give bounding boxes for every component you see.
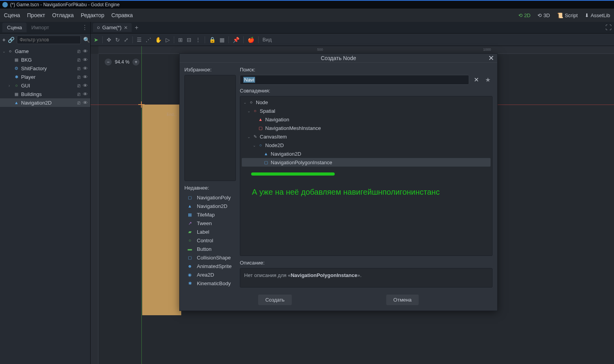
recent-item[interactable]: ◉Area2D: [184, 270, 236, 279]
godot-icon: [2, 2, 8, 7]
match-node[interactable]: ▢NavigationPolygonInstance: [242, 158, 491, 167]
recent-item[interactable]: ☻AnimatedSprite: [184, 262, 236, 270]
tree-node[interactable]: ▦BKG⎚👁: [0, 55, 90, 64]
menu-project[interactable]: Проект: [27, 12, 45, 18]
zoom-level: 94.4 %: [115, 59, 129, 65]
canvas-label: End...: [167, 112, 177, 117]
more-icon[interactable]: ⋮: [195, 37, 201, 43]
ruler-horizontal: 500 1000: [98, 46, 614, 54]
dialog-title: Создать Node: [321, 55, 356, 61]
annotation-underline: [251, 172, 335, 176]
match-node[interactable]: ⌄○Spatial: [242, 107, 491, 115]
tab-import[interactable]: Импорт: [27, 23, 54, 32]
pin-icon[interactable]: 📌: [233, 37, 239, 43]
description-box: Нет описания для «NavigationPolygonInsta…: [240, 268, 493, 288]
search-clear-icon[interactable]: ✕: [471, 75, 481, 85]
recent-label: Недавнее:: [184, 185, 236, 191]
hand-tool-icon[interactable]: ✋: [155, 37, 162, 43]
create-node-dialog: Создать Node ✕ Избранное: Недавнее: ▢Nav…: [179, 53, 498, 311]
recent-item[interactable]: ▦TileMap: [184, 210, 236, 219]
matches-tree: ⌄○Node⌄○Spatial▲Navigation▢NavigationMes…: [240, 96, 493, 256]
view-menu[interactable]: Вид: [262, 37, 272, 43]
recent-list: ▢NavigationPoly▲Navigation2D▦TileMap↗Twe…: [184, 193, 236, 288]
cancel-button[interactable]: Отмена: [386, 295, 419, 305]
recent-item[interactable]: ▬Button: [184, 245, 236, 253]
view-script-button[interactable]: 📜 Script: [557, 12, 578, 18]
tree-node[interactable]: ✱Player⎚👁: [0, 73, 90, 81]
recent-item[interactable]: ▢CollisionShape: [184, 253, 236, 262]
grid-icon[interactable]: ⊞: [178, 37, 183, 43]
snap-icon[interactable]: ⋰: [146, 37, 151, 43]
tree-node[interactable]: ⚙ShitFactory⎚👁: [0, 64, 90, 73]
menu-editor[interactable]: Редактор: [81, 12, 104, 18]
window-title: (*) Game.tscn - NavigationForPikabu - Go…: [10, 2, 120, 7]
recent-item[interactable]: ▲Navigation2D: [184, 202, 236, 210]
match-node[interactable]: ▲Navigation2D: [242, 149, 491, 158]
favorites-list[interactable]: [184, 75, 236, 181]
ruler-vertical: [91, 54, 98, 364]
menu-help[interactable]: Справка: [111, 12, 133, 18]
search-favorite-icon[interactable]: ★: [483, 75, 493, 85]
scale-tool-icon[interactable]: ⤢: [124, 37, 129, 43]
ruler-tool-icon[interactable]: ▷: [166, 37, 170, 43]
zoom-out-button[interactable]: −: [105, 59, 112, 66]
description-label: Описание:: [240, 260, 493, 266]
window-titlebar: (*) Game.tscn - NavigationForPikabu - Go…: [0, 0, 614, 9]
annotation-text: А уже на неё добавляем навигейшнполигони…: [252, 186, 440, 198]
tab-scene[interactable]: Сцена: [2, 23, 27, 32]
menu-scene[interactable]: Сцена: [4, 12, 20, 18]
tree-node[interactable]: ▦Buildings⎚👁: [0, 90, 90, 98]
tree-node[interactable]: ▲Navigation2D⎚👁: [0, 98, 90, 107]
create-button[interactable]: Создать: [258, 295, 291, 305]
snap2-icon[interactable]: ⊟: [187, 37, 191, 43]
close-tab-icon[interactable]: ✕: [124, 25, 128, 30]
recent-item[interactable]: ↗Tween: [184, 219, 236, 227]
dialog-close-icon[interactable]: ✕: [488, 54, 494, 62]
tree-node[interactable]: ⌄○Game⎚👁: [0, 47, 90, 55]
match-node[interactable]: ▢NavigationMeshInstance: [242, 124, 491, 132]
select-tool-icon[interactable]: ➤: [94, 37, 98, 43]
view-3d-button[interactable]: ⟲ 3D: [537, 12, 550, 18]
search-icon[interactable]: 🔍: [83, 36, 90, 43]
add-node-icon[interactable]: +: [2, 36, 5, 43]
rotate-tool-icon[interactable]: ↻: [115, 37, 120, 43]
viewport-toolbar: ➤ ✥ ↻ ⤢ ☰ ⋰ ✋ ▷ ⊞ ⊟ ⋮ 🔒 ▦ 📌 🍎 Вид: [91, 34, 614, 46]
scene-panel: Сцена Импорт ⋮ + 🔗 🔍 ◧ ⌄○Game⎚👁▦BKG⎚👁⚙Sh…: [0, 22, 91, 364]
scene-tab-label: Game(*): [102, 25, 121, 30]
filter-input[interactable]: [17, 36, 81, 44]
recent-item[interactable]: ▢NavigationPoly: [184, 193, 236, 202]
search-label: Поиск:: [240, 67, 493, 73]
axis-y: [141, 46, 142, 364]
menu-debug[interactable]: Отладка: [52, 12, 73, 18]
view-2d-button[interactable]: ⟲ 2D: [518, 12, 531, 18]
view-assetlib-button[interactable]: ⬇ AssetLib: [585, 12, 610, 18]
panel-menu-icon[interactable]: ⋮: [82, 24, 88, 31]
match-node[interactable]: ⌄✎CanvasItem: [242, 132, 491, 141]
match-node[interactable]: ⌄○Node: [242, 98, 491, 107]
bone-icon[interactable]: 🍎: [248, 37, 254, 43]
match-node[interactable]: ⌄○Node2D: [242, 141, 491, 149]
recent-item[interactable]: ✱KinematicBody: [184, 279, 236, 288]
search-input[interactable]: Navi: [240, 75, 469, 85]
group-icon[interactable]: ▦: [220, 37, 225, 43]
tree-node[interactable]: ›○GUI⎚👁: [0, 81, 90, 90]
link-icon[interactable]: 🔗: [8, 36, 14, 43]
match-node[interactable]: ▲Navigation: [242, 115, 491, 124]
recent-item[interactable]: ▰Label: [184, 227, 236, 236]
add-tab-icon[interactable]: +: [135, 24, 138, 31]
canvas-object[interactable]: [142, 105, 181, 315]
scene-tree: ⌄○Game⎚👁▦BKG⎚👁⚙ShitFactory⎚👁✱Player⎚👁›○G…: [0, 46, 90, 108]
lock-icon[interactable]: 🔒: [209, 37, 216, 43]
matches-label: Совпадения:: [240, 88, 493, 94]
favorites-label: Избранное:: [184, 67, 236, 73]
menubar: Сцена Проект Отладка Редактор Справка ⟲ …: [0, 9, 614, 22]
move-tool-icon[interactable]: ✥: [107, 37, 111, 43]
recent-item[interactable]: ○Control: [184, 236, 236, 245]
zoom-in-button[interactable]: +: [132, 59, 139, 66]
scene-tab[interactable]: ○ Game(*) ✕: [93, 23, 132, 32]
zoom-controls: − 94.4 % +: [102, 57, 143, 67]
list-tool-icon[interactable]: ☰: [137, 37, 142, 43]
expand-icon[interactable]: ⛶: [605, 24, 612, 31]
